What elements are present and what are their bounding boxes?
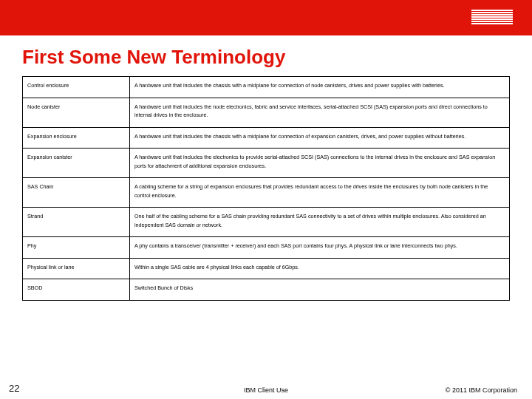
- table-row: SAS Chain A cabling scheme for a string …: [23, 178, 510, 208]
- footer-copyright: © 2011 IBM Corporation: [446, 386, 517, 394]
- svg-rect-3: [471, 16, 513, 18]
- svg-rect-2: [471, 14, 513, 16]
- term-cell: Phy: [23, 237, 130, 259]
- svg-rect-0: [471, 10, 513, 11]
- term-cell: Node canister: [23, 98, 130, 127]
- terminology-table: Control enclosure A hardware unit that i…: [22, 76, 510, 301]
- table-row: Node canister A hardware unit that inclu…: [23, 98, 510, 127]
- table-row: Control enclosure A hardware unit that i…: [23, 77, 510, 98]
- term-cell: SAS Chain: [23, 178, 130, 208]
- svg-rect-4: [471, 18, 513, 20]
- term-cell: Strand: [23, 208, 130, 237]
- term-cell: Control enclosure: [23, 77, 130, 98]
- def-cell: A phy contains a transceiver (transmitte…: [129, 237, 509, 259]
- table-row: Physical link or lane Within a single SA…: [23, 258, 510, 279]
- slide: First Some New Terminology Control enclo…: [0, 0, 532, 399]
- table-row: Expansion canister A hardware unit that …: [23, 149, 510, 178]
- table-row: Expansion enclosure A hardware unit that…: [23, 127, 510, 149]
- table-row: SBOD Switched Bunch of Disks: [23, 279, 510, 301]
- slide-title: First Some New Terminology: [0, 35, 532, 76]
- top-bar: [0, 0, 532, 35]
- def-cell: A hardware unit that includes the chassi…: [129, 77, 509, 98]
- def-cell: One half of the cabling scheme for a SAS…: [129, 208, 509, 237]
- svg-rect-1: [471, 12, 513, 13]
- term-cell: Expansion canister: [23, 149, 130, 178]
- def-cell: A hardware unit that includes the chassi…: [129, 127, 509, 149]
- table-row: Phy A phy contains a transceiver (transm…: [23, 237, 510, 259]
- table-row: Strand One half of the cabling scheme fo…: [23, 208, 510, 237]
- def-cell: Switched Bunch of Disks: [129, 279, 509, 301]
- term-cell: Expansion enclosure: [23, 127, 130, 149]
- svg-rect-6: [471, 23, 513, 24]
- term-cell: Physical link or lane: [23, 258, 130, 279]
- term-cell: SBOD: [23, 279, 130, 301]
- page-number: 22: [9, 383, 19, 394]
- svg-rect-5: [471, 21, 513, 22]
- ibm-logo-icon: [471, 10, 513, 26]
- def-cell: A hardware unit that includes the node e…: [129, 98, 509, 127]
- def-cell: A cabling scheme for a string of expansi…: [129, 178, 509, 208]
- def-cell: Within a single SAS cable are 4 physical…: [129, 258, 509, 279]
- def-cell: A hardware unit that includes the electr…: [129, 149, 509, 178]
- footer-center: IBM Client Use: [244, 386, 288, 394]
- terminology-table-wrap: Control enclosure A hardware unit that i…: [0, 76, 532, 301]
